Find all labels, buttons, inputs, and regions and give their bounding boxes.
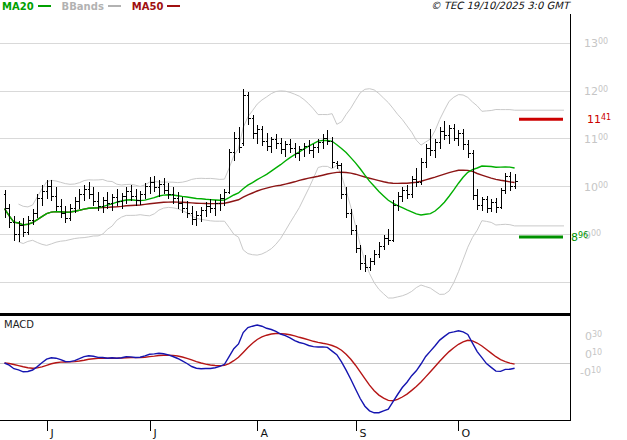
x-axis-label: S [360,427,367,440]
bollinger-lower-line [19,165,565,298]
y-axis-label: 1300 [584,37,608,50]
macd-axis-label: 010 [585,348,602,361]
legend-item-ma50: MA50 [132,1,181,12]
x-axis: JJASO [48,420,471,440]
legend-item-ma20: MA20 [2,1,51,12]
x-axis-label: O [462,427,471,440]
ma20-line [5,140,515,225]
ma50-line-swatch [167,5,180,7]
x-axis-label: A [261,427,269,440]
macd-axis-label: -010 [580,366,601,379]
y-axis-label: 1100 [584,133,608,146]
y-axis-label: 1000 [584,181,608,194]
ohlc-bars [4,89,518,273]
macd-axis-label: 030 [585,330,602,343]
legend-label-ma50: MA50 [132,1,164,12]
legend-label-ma20: MA20 [2,1,34,12]
resistance-label: 1141 [587,113,611,126]
ma20-line-swatch [38,5,51,7]
y-axis-label: 1200 [584,85,608,98]
price-gridlines [0,43,570,283]
bollinger-upper-line [19,89,565,207]
legend: MA20 BBands MA50 [2,0,191,12]
x-axis-label: J [50,427,54,440]
macd-signal-line [5,334,515,401]
bbands-line-swatch [108,5,121,7]
tec-stock-chart: MA20 BBands MA50 © TEC 19/10/2025 3:0 GM… [0,0,627,440]
legend-label-bbands: BBands [62,1,104,12]
macd-panel-label: MACD [4,319,34,330]
chart-svg: 13001200110010009001141896030010-010JJAS… [0,0,627,440]
legend-item-bbands: BBands [62,1,121,12]
x-axis-label: J [153,427,157,440]
copyright-timestamp: © TEC 19/10/2025 3:0 GMT [431,0,569,11]
